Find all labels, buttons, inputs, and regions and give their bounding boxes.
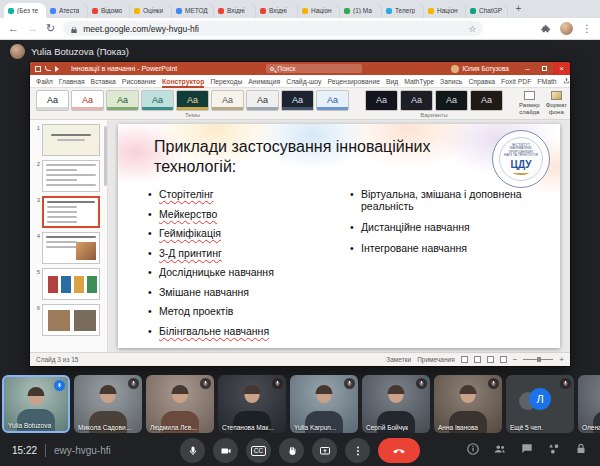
browser-tab[interactable]: ChatGP — [466, 3, 508, 18]
theme-thumbnail[interactable]: Аа — [71, 90, 104, 111]
bullet-item[interactable]: Метод проектів — [148, 305, 338, 317]
undo-icon[interactable] — [45, 66, 51, 71]
browser-tab[interactable]: Вхідні — [256, 3, 298, 18]
variant-thumbnail[interactable]: Аа — [400, 90, 433, 111]
bullet-item[interactable]: Інтегроване навчання — [350, 242, 522, 254]
minimize-button[interactable]: – — [519, 62, 536, 75]
ppt-search-box[interactable]: Поиск — [266, 64, 362, 73]
participant-tile[interactable]: Микола Садови... — [74, 375, 142, 433]
extensions-puzzle-icon[interactable] — [541, 20, 551, 38]
participant-tile[interactable]: Людмила Лєв... — [146, 375, 214, 433]
browser-tab[interactable]: Націон — [424, 3, 466, 18]
browser-tab[interactable]: Атеста — [46, 3, 88, 18]
slide-thumbnail[interactable] — [42, 160, 100, 192]
theme-thumbnail[interactable]: Аа — [281, 90, 314, 111]
slideshow-view-icon[interactable] — [500, 356, 507, 363]
ribbon-tab[interactable]: Foxit PDF — [501, 75, 531, 88]
chat-icon[interactable] — [520, 442, 534, 460]
variant-thumbnail[interactable]: Аа — [470, 90, 503, 111]
slide-thumbnail[interactable] — [42, 232, 100, 264]
ppt-title-bar[interactable]: Інновації в навчанні - PowerPoint Поиск … — [30, 62, 570, 75]
end-call-button[interactable] — [378, 438, 420, 463]
people-icon[interactable] — [493, 442, 507, 460]
normal-view-icon[interactable] — [461, 356, 468, 363]
browser-tab[interactable]: (1) Ма — [340, 3, 382, 18]
ribbon-tab[interactable]: Справка — [468, 75, 495, 88]
ribbon-tab[interactable]: FMath — [537, 75, 556, 88]
participant-tile[interactable]: Анна Іванова — [434, 375, 502, 433]
variant-thumbnail[interactable]: Аа — [365, 90, 398, 111]
ribbon-tab[interactable]: Слайд-шоу — [286, 75, 321, 88]
slide-thumbnail[interactable] — [42, 268, 100, 300]
bullet-item[interactable]: Дослідницьке навчання — [148, 266, 338, 278]
slide-thumbnail[interactable] — [42, 124, 100, 156]
host-controls-lock-icon[interactable] — [574, 442, 588, 460]
browser-tab[interactable]: Вхідні — [214, 3, 256, 18]
theme-thumbnail[interactable]: Аа — [176, 90, 209, 111]
ribbon-tab[interactable]: Анимация — [248, 75, 280, 88]
close-button[interactable]: × — [553, 62, 570, 75]
theme-thumbnail[interactable]: Аа — [246, 90, 279, 111]
slide-title[interactable]: Приклади застосування інноваційних техно… — [154, 137, 454, 177]
profile-avatar[interactable] — [560, 22, 573, 35]
bullet-item[interactable]: Сторітелінг — [148, 188, 338, 200]
bullet-item[interactable]: Мейкерство — [148, 208, 338, 220]
theme-thumbnail[interactable]: Аа — [211, 90, 244, 111]
participant-tile[interactable]: ЛЕщё 5 чел. — [506, 375, 574, 433]
save-icon[interactable] — [35, 66, 41, 72]
bullet-item[interactable]: Віртуальна, змішана і доповнена реальніс… — [350, 188, 522, 212]
ribbon-tab[interactable]: Вид — [386, 75, 398, 88]
new-tab-button[interactable]: + — [512, 3, 525, 16]
browser-tab[interactable]: Націон — [298, 3, 340, 18]
theme-thumbnail[interactable]: Аа — [141, 90, 174, 111]
camera-button[interactable] — [213, 438, 238, 463]
bullet-item[interactable]: Білінгвальне навчання — [148, 325, 338, 337]
reload-icon[interactable]: ↻ — [46, 23, 55, 34]
browser-tab[interactable]: МЕТОД — [172, 3, 214, 18]
captions-button[interactable]: CC — [246, 438, 271, 463]
zoom-out-icon[interactable]: − — [513, 356, 518, 364]
zoom-knob[interactable] — [537, 357, 541, 362]
theme-thumbnail[interactable]: Аа — [106, 90, 139, 111]
participant-tile[interactable]: Степанова Мак... — [218, 375, 286, 433]
bullet-item[interactable]: Змішане навчання — [148, 286, 338, 298]
theme-thumbnail[interactable]: Аа — [316, 90, 349, 111]
more-options-button[interactable] — [345, 438, 370, 463]
back-icon[interactable]: ← — [8, 23, 19, 34]
bullet-item[interactable]: Дистанційне навчання — [350, 221, 522, 233]
participant-tile[interactable]: Сергій Бойчук — [362, 375, 430, 433]
share-button[interactable]: Поделиться — [563, 77, 570, 85]
browser-menu-icon[interactable]: ⋮ — [582, 23, 592, 34]
participant-tile[interactable]: Yulia Karpun... — [290, 375, 358, 433]
variant-thumbnail[interactable]: Аа — [435, 90, 468, 111]
comments-toggle[interactable]: Примечания — [417, 356, 455, 363]
slideshow-icon[interactable] — [55, 66, 59, 72]
forward-icon[interactable]: → — [27, 23, 38, 34]
bookmark-star-icon[interactable]: ☆ — [468, 24, 476, 34]
notes-toggle[interactable]: Заметки — [386, 356, 411, 363]
ribbon-tab[interactable]: Главная — [59, 75, 85, 88]
activities-icon[interactable] — [547, 442, 561, 460]
bullet-item[interactable]: Гейміфікація — [148, 227, 338, 239]
slide-canvas[interactable]: Приклади застосування інноваційних техно… — [118, 124, 560, 348]
meeting-details-icon[interactable] — [466, 442, 480, 460]
address-bar[interactable]: meet.google.com/ewy-hvgu-hfi ☆ — [63, 21, 483, 36]
participant-tile[interactable]: Yulia Botuzova — [2, 375, 70, 433]
slide-thumbnail[interactable] — [42, 304, 100, 336]
browser-tab[interactable]: Телегр — [382, 3, 424, 18]
theme-thumbnail[interactable]: Аа — [36, 90, 69, 111]
thumbnail-scrollbar[interactable] — [104, 126, 107, 186]
format-background-button[interactable]: Формат фона — [546, 90, 567, 119]
maximize-button[interactable] — [536, 62, 553, 75]
bullet-item[interactable]: 3-Д принтинг — [148, 247, 338, 259]
browser-tab[interactable]: Відомо — [88, 3, 130, 18]
ribbon-tab[interactable]: MathType — [404, 75, 434, 88]
ribbon-tab[interactable]: Запись — [440, 75, 462, 88]
slide-size-button[interactable]: Размер слайда — [519, 90, 540, 119]
ribbon-tab[interactable]: Файл — [36, 75, 53, 88]
ribbon-tab[interactable]: Вставка — [91, 75, 116, 88]
zoom-slider[interactable] — [523, 359, 553, 360]
browser-tab[interactable]: (Без те — [4, 3, 46, 18]
raise-hand-button[interactable] — [279, 438, 304, 463]
slide-thumbnail[interactable] — [42, 196, 100, 228]
